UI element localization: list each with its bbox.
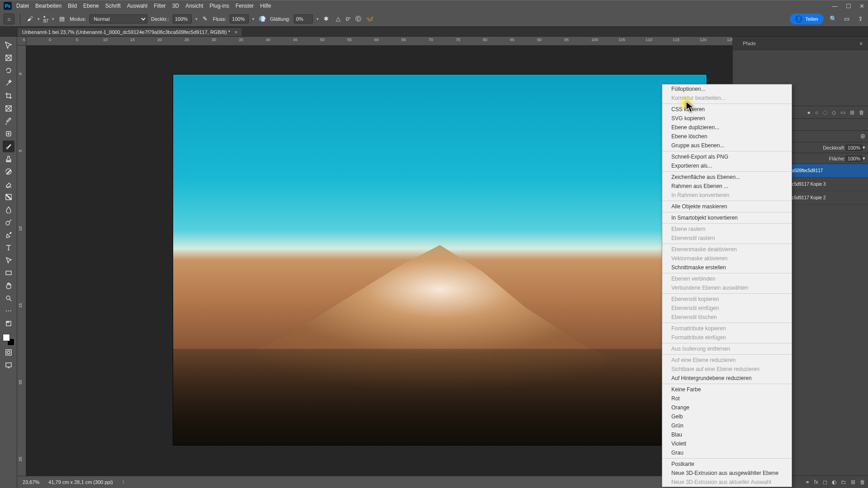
tool-pen[interactable]	[3, 229, 14, 241]
panel-menu-icon[interactable]: ≡	[860, 41, 863, 46]
brush-tool-icon[interactable]: 🖌	[26, 15, 34, 23]
ctx-item[interactable]: CSS kopieren	[662, 105, 792, 114]
ctx-item[interactable]: Zeichenfläche aus Ebenen...	[662, 173, 792, 182]
canvas[interactable]	[26, 46, 732, 476]
new-group-icon[interactable]: 🗀	[841, 479, 846, 485]
document-image[interactable]	[173, 75, 707, 445]
minimize-icon[interactable]: —	[832, 3, 838, 9]
tool-heal[interactable]	[3, 128, 14, 140]
tool-crop[interactable]	[3, 90, 14, 102]
brush-panel-icon[interactable]: ▤	[58, 15, 66, 23]
opacity-pressure-icon[interactable]: ✎	[201, 15, 209, 23]
ctx-item[interactable]: Neue 3D-Extrusion aus ausgewählter Ebene	[662, 469, 792, 478]
menu-auswahl[interactable]: Auswahl	[127, 3, 147, 9]
home-icon[interactable]: ⌂	[4, 14, 14, 24]
share-button[interactable]: 👤 Teilen	[790, 14, 824, 24]
docinfo-chevron-icon[interactable]: 〉	[122, 479, 127, 486]
tool-path-select[interactable]	[3, 254, 14, 266]
tool-frame[interactable]	[3, 103, 14, 114]
tool-gradient[interactable]	[3, 191, 14, 203]
ctx-item[interactable]: Schnittmaske erstellen	[662, 263, 792, 272]
menu-bild[interactable]: Bild	[68, 3, 77, 9]
export-icon[interactable]: ⇪	[856, 15, 864, 23]
menu-hilfe[interactable]: Hilfe	[260, 3, 271, 9]
menu-ebene[interactable]: Ebene	[83, 3, 99, 9]
blend-mode-select[interactable]: Normal	[90, 14, 147, 23]
tool-type[interactable]	[3, 242, 14, 253]
menu-schrift[interactable]: Schrift	[105, 3, 121, 9]
new-adjustment-icon[interactable]: ◐	[832, 479, 836, 485]
smoothing-gear-icon[interactable]: ✱	[322, 15, 330, 23]
airbrush-icon[interactable]: 💨	[258, 15, 266, 23]
tool-eraser[interactable]	[3, 178, 14, 190]
menu-3d[interactable]: 3D	[172, 3, 179, 9]
ctx-item[interactable]: Gruppe aus Ebenen...	[662, 141, 792, 150]
tool-history-brush[interactable]	[3, 166, 14, 178]
new-layer-icon[interactable]: ⊞	[851, 479, 855, 485]
ctx-item[interactable]: SVG kopieren	[662, 114, 792, 123]
toolbox[interactable]: ⋯	[0, 37, 17, 488]
search-icon[interactable]: 🔍	[829, 15, 837, 23]
screenmode-icon[interactable]	[3, 359, 14, 371]
make-path-icon[interactable]: ◇	[832, 109, 836, 116]
fill-path-icon[interactable]: ●	[807, 109, 811, 116]
tool-brush[interactable]	[3, 141, 14, 152]
new-path-icon[interactable]: ⊞	[850, 109, 854, 116]
foreground-color[interactable]	[3, 334, 10, 341]
ctx-item[interactable]: Fülloptionen...	[662, 84, 792, 94]
ctx-item[interactable]: Grau	[662, 448, 792, 457]
delete-layer-icon[interactable]: 🗑	[860, 479, 865, 485]
tool-more[interactable]: ⋯	[3, 305, 14, 317]
tool-dodge[interactable]	[3, 216, 14, 228]
ctx-item[interactable]: Rahmen aus Ebenen ...	[662, 182, 792, 191]
stroke-path-icon[interactable]: ○	[815, 109, 818, 116]
close-tab-icon[interactable]: ×	[235, 29, 237, 35]
symmetry-icon[interactable]: 🦋	[366, 15, 374, 23]
menu-plug-ins[interactable]: Plug-ins	[210, 3, 229, 9]
ctx-item[interactable]: Auf Hintergrundebene reduzieren	[662, 374, 792, 383]
paths-panel-tabs[interactable]: Pfade ≡	[733, 37, 868, 50]
tool-wand[interactable]	[3, 77, 14, 89]
ctx-item[interactable]: Ebene löschen	[662, 132, 792, 141]
ctx-item[interactable]: Grün	[662, 421, 792, 430]
ctx-item[interactable]: Exportieren als...	[662, 161, 792, 170]
ctx-item[interactable]: Postkarte	[662, 460, 792, 469]
ctx-item[interactable]: Orange	[662, 403, 792, 412]
maximize-icon[interactable]: ☐	[846, 3, 851, 9]
menubar[interactable]: DateiBearbeitenBildEbeneSchriftAuswahlFi…	[16, 3, 278, 9]
layer-opacity-value[interactable]: 100%	[845, 145, 863, 151]
angle-value[interactable]: 0°	[346, 16, 351, 22]
ctx-item[interactable]: Ebene duplizieren...	[662, 123, 792, 132]
edit-toolbar-icon[interactable]	[3, 318, 14, 329]
tool-eyedropper[interactable]	[3, 115, 14, 127]
tool-lasso[interactable]	[3, 65, 14, 76]
ruler-horizontal[interactable]: -505101520253035404550556065707580859095…	[26, 37, 732, 46]
workspace-icon[interactable]: ▭	[843, 15, 851, 23]
tablet-pressure-icon[interactable]: Ⓒ	[354, 15, 362, 23]
document-tab[interactable]: Unbenannt-1 bei 23,7% (Unbenannt-1_0000_…	[17, 28, 242, 36]
layer-fill-value[interactable]: 100%	[845, 155, 863, 162]
zoom-readout[interactable]: 23,67%	[23, 479, 39, 485]
layer-context-menu[interactable]: Fülloptionen...Korrektur bearbeiten...CS…	[662, 84, 792, 487]
menu-bearbeiten[interactable]: Bearbeiten	[35, 3, 61, 9]
tool-blur[interactable]	[3, 204, 14, 216]
flow-input[interactable]	[230, 14, 249, 23]
delete-path-icon[interactable]: 🗑	[859, 109, 864, 116]
ctx-item[interactable]: Gelb	[662, 412, 792, 421]
menu-filter[interactable]: Filter	[154, 3, 166, 9]
ctx-item[interactable]: Blau	[662, 430, 792, 439]
docinfo-readout[interactable]: 41,79 cm x 28,1 cm (300 ppi)	[48, 479, 113, 485]
add-mask-icon[interactable]: ▭	[840, 109, 845, 116]
ctx-item[interactable]: In Smartobjekt konvertieren	[662, 213, 792, 222]
tool-zoom[interactable]	[3, 292, 14, 304]
ctx-item[interactable]: Keine Farbe	[662, 385, 792, 394]
ruler-vertical[interactable]: 0510152025	[17, 46, 26, 488]
filter-toggle-icon[interactable]: ⦿	[860, 134, 865, 139]
brush-size-value[interactable]: 87	[43, 19, 48, 23]
ctx-item[interactable]: Violett	[662, 439, 792, 448]
ctx-item[interactable]: Rot	[662, 394, 792, 403]
tool-rectangle[interactable]	[3, 267, 14, 279]
menu-ansicht[interactable]: Ansicht	[185, 3, 203, 9]
ctx-item[interactable]: Schnell-Export als PNG	[662, 152, 792, 161]
ctx-item[interactable]: Alle Objekte maskieren	[662, 202, 792, 211]
